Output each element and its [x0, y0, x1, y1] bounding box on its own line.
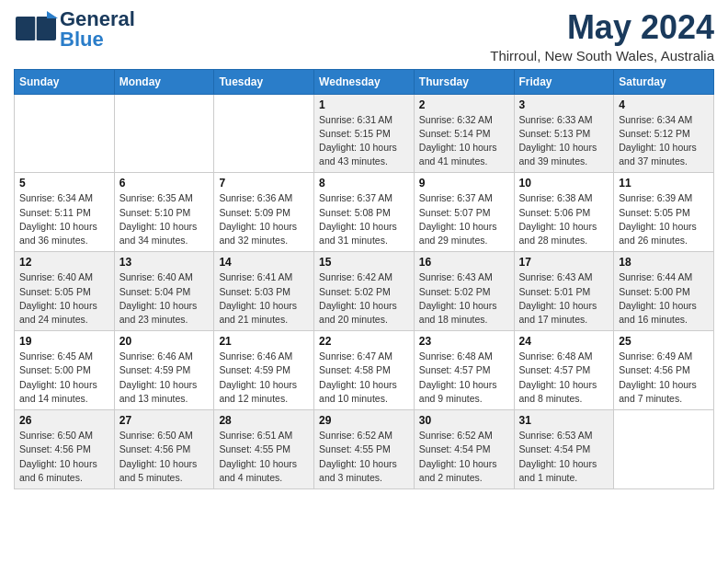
day-detail: Sunrise: 6:38 AM Sunset: 5:06 PM Dayligh…: [519, 191, 609, 247]
calendar-day-cell: [114, 94, 214, 173]
calendar-day-cell: 25Sunrise: 6:49 AM Sunset: 4:56 PM Dayli…: [614, 331, 714, 410]
day-detail: Sunrise: 6:46 AM Sunset: 4:59 PM Dayligh…: [119, 350, 210, 406]
calendar-day-cell: 28Sunrise: 6:51 AM Sunset: 4:55 PM Dayli…: [214, 410, 314, 489]
title-area: May 2024 Thirroul, New South Wales, Aust…: [490, 9, 714, 63]
day-number: 7: [219, 177, 309, 190]
calendar-day-cell: 15Sunrise: 6:42 AM Sunset: 5:02 PM Dayli…: [314, 252, 415, 331]
day-detail: Sunrise: 6:46 AM Sunset: 4:59 PM Dayligh…: [219, 350, 309, 406]
calendar-day-cell: 30Sunrise: 6:52 AM Sunset: 4:54 PM Dayli…: [414, 410, 514, 489]
day-detail: Sunrise: 6:37 AM Sunset: 5:07 PM Dayligh…: [419, 191, 509, 247]
day-number: 14: [219, 256, 309, 269]
calendar-day-cell: 21Sunrise: 6:46 AM Sunset: 4:59 PM Dayli…: [214, 331, 314, 410]
calendar-day-cell: 14Sunrise: 6:41 AM Sunset: 5:03 PM Dayli…: [214, 252, 314, 331]
calendar-day-cell: 7Sunrise: 6:36 AM Sunset: 5:09 PM Daylig…: [214, 173, 314, 252]
day-detail: Sunrise: 6:48 AM Sunset: 4:57 PM Dayligh…: [519, 350, 609, 406]
day-detail: Sunrise: 6:44 AM Sunset: 5:00 PM Dayligh…: [619, 270, 709, 327]
day-number: 6: [119, 177, 210, 190]
day-number: 19: [19, 335, 109, 348]
calendar-day-cell: 8Sunrise: 6:37 AM Sunset: 5:08 PM Daylig…: [314, 173, 415, 252]
calendar-day-cell: 29Sunrise: 6:52 AM Sunset: 4:55 PM Dayli…: [314, 410, 415, 489]
calendar-day-cell: 13Sunrise: 6:40 AM Sunset: 5:04 PM Dayli…: [114, 252, 214, 331]
day-detail: Sunrise: 6:43 AM Sunset: 5:01 PM Dayligh…: [519, 270, 609, 327]
day-number: 18: [619, 256, 709, 269]
day-detail: Sunrise: 6:49 AM Sunset: 4:56 PM Dayligh…: [619, 350, 709, 406]
weekday-header-wednesday: Wednesday: [314, 69, 415, 94]
day-detail: Sunrise: 6:52 AM Sunset: 4:54 PM Dayligh…: [419, 429, 509, 485]
weekday-header-sunday: Sunday: [15, 69, 115, 94]
day-number: 29: [319, 414, 409, 427]
day-detail: Sunrise: 6:33 AM Sunset: 5:13 PM Dayligh…: [519, 113, 609, 169]
day-number: 15: [319, 256, 409, 269]
logo-blue-text: Blue: [60, 29, 135, 50]
header: General Blue May 2024 Thirroul, New Sout…: [14, 9, 714, 63]
calendar-day-cell: 26Sunrise: 6:50 AM Sunset: 4:56 PM Dayli…: [15, 410, 115, 489]
day-detail: Sunrise: 6:31 AM Sunset: 5:15 PM Dayligh…: [319, 113, 409, 169]
calendar-day-cell: 22Sunrise: 6:47 AM Sunset: 4:58 PM Dayli…: [314, 331, 415, 410]
day-number: 20: [119, 335, 210, 348]
weekday-header-tuesday: Tuesday: [214, 69, 314, 94]
day-number: 23: [419, 335, 509, 348]
calendar-day-cell: 12Sunrise: 6:40 AM Sunset: 5:05 PM Dayli…: [15, 252, 115, 331]
day-number: 24: [519, 335, 609, 348]
day-number: 16: [419, 256, 509, 269]
day-detail: Sunrise: 6:36 AM Sunset: 5:09 PM Dayligh…: [219, 191, 309, 247]
logo-general-text: General: [60, 9, 135, 29]
weekday-header-saturday: Saturday: [614, 69, 714, 94]
day-detail: Sunrise: 6:34 AM Sunset: 5:12 PM Dayligh…: [619, 113, 709, 169]
calendar-day-cell: [614, 410, 714, 489]
day-detail: Sunrise: 6:34 AM Sunset: 5:11 PM Dayligh…: [19, 191, 109, 247]
day-detail: Sunrise: 6:52 AM Sunset: 4:55 PM Dayligh…: [319, 429, 409, 485]
day-number: 17: [519, 256, 609, 269]
day-detail: Sunrise: 6:43 AM Sunset: 5:02 PM Dayligh…: [419, 270, 509, 327]
calendar-day-cell: 4Sunrise: 6:34 AM Sunset: 5:12 PM Daylig…: [614, 94, 714, 173]
day-number: 26: [19, 414, 109, 427]
day-detail: Sunrise: 6:47 AM Sunset: 4:58 PM Dayligh…: [319, 350, 409, 406]
day-number: 3: [519, 98, 609, 111]
logo: General Blue: [14, 9, 135, 50]
calendar-day-cell: 31Sunrise: 6:53 AM Sunset: 4:54 PM Dayli…: [514, 410, 614, 489]
calendar-day-cell: [214, 94, 314, 173]
day-number: 30: [419, 414, 509, 427]
day-number: 21: [219, 335, 309, 348]
day-number: 22: [319, 335, 409, 348]
day-number: 12: [19, 256, 109, 269]
day-detail: Sunrise: 6:53 AM Sunset: 4:54 PM Dayligh…: [519, 429, 609, 485]
calendar-day-cell: 18Sunrise: 6:44 AM Sunset: 5:00 PM Dayli…: [614, 252, 714, 331]
calendar-day-cell: 17Sunrise: 6:43 AM Sunset: 5:01 PM Dayli…: [514, 252, 614, 331]
calendar-week-row: 19Sunrise: 6:45 AM Sunset: 5:00 PM Dayli…: [15, 331, 714, 410]
day-number: 13: [119, 256, 210, 269]
day-number: 8: [319, 177, 409, 190]
day-number: 10: [519, 177, 609, 190]
calendar-day-cell: 2Sunrise: 6:32 AM Sunset: 5:14 PM Daylig…: [414, 94, 514, 173]
calendar-day-cell: 20Sunrise: 6:46 AM Sunset: 4:59 PM Dayli…: [114, 331, 214, 410]
calendar-day-cell: 9Sunrise: 6:37 AM Sunset: 5:07 PM Daylig…: [414, 173, 514, 252]
day-detail: Sunrise: 6:32 AM Sunset: 5:14 PM Dayligh…: [419, 113, 509, 169]
calendar-day-cell: 19Sunrise: 6:45 AM Sunset: 5:00 PM Dayli…: [15, 331, 115, 410]
day-detail: Sunrise: 6:48 AM Sunset: 4:57 PM Dayligh…: [419, 350, 509, 406]
day-detail: Sunrise: 6:41 AM Sunset: 5:03 PM Dayligh…: [219, 270, 309, 327]
calendar-day-cell: 5Sunrise: 6:34 AM Sunset: 5:11 PM Daylig…: [15, 173, 115, 252]
month-title: May 2024: [490, 9, 714, 46]
day-detail: Sunrise: 6:37 AM Sunset: 5:08 PM Dayligh…: [319, 191, 409, 247]
day-detail: Sunrise: 6:45 AM Sunset: 5:00 PM Dayligh…: [19, 350, 109, 406]
day-number: 5: [19, 177, 109, 190]
day-detail: Sunrise: 6:50 AM Sunset: 4:56 PM Dayligh…: [119, 429, 210, 485]
calendar-week-row: 5Sunrise: 6:34 AM Sunset: 5:11 PM Daylig…: [15, 173, 714, 252]
day-detail: Sunrise: 6:42 AM Sunset: 5:02 PM Dayligh…: [319, 270, 409, 327]
svg-rect-1: [36, 17, 56, 40]
calendar-day-cell: 6Sunrise: 6:35 AM Sunset: 5:10 PM Daylig…: [114, 173, 214, 252]
day-detail: Sunrise: 6:39 AM Sunset: 5:05 PM Dayligh…: [619, 191, 709, 247]
day-number: 25: [619, 335, 709, 348]
day-number: 2: [419, 98, 509, 111]
calendar-day-cell: 11Sunrise: 6:39 AM Sunset: 5:05 PM Dayli…: [614, 173, 714, 252]
svg-marker-3: [47, 11, 58, 18]
day-detail: Sunrise: 6:51 AM Sunset: 4:55 PM Dayligh…: [219, 429, 309, 485]
day-detail: Sunrise: 6:50 AM Sunset: 4:56 PM Dayligh…: [19, 429, 109, 485]
calendar-day-cell: [15, 94, 115, 173]
calendar-table: SundayMondayTuesdayWednesdayThursdayFrid…: [14, 69, 714, 489]
day-number: 28: [219, 414, 309, 427]
day-number: 11: [619, 177, 709, 190]
day-detail: Sunrise: 6:40 AM Sunset: 5:04 PM Dayligh…: [119, 270, 210, 327]
day-number: 9: [419, 177, 509, 190]
calendar-day-cell: 23Sunrise: 6:48 AM Sunset: 4:57 PM Dayli…: [414, 331, 514, 410]
